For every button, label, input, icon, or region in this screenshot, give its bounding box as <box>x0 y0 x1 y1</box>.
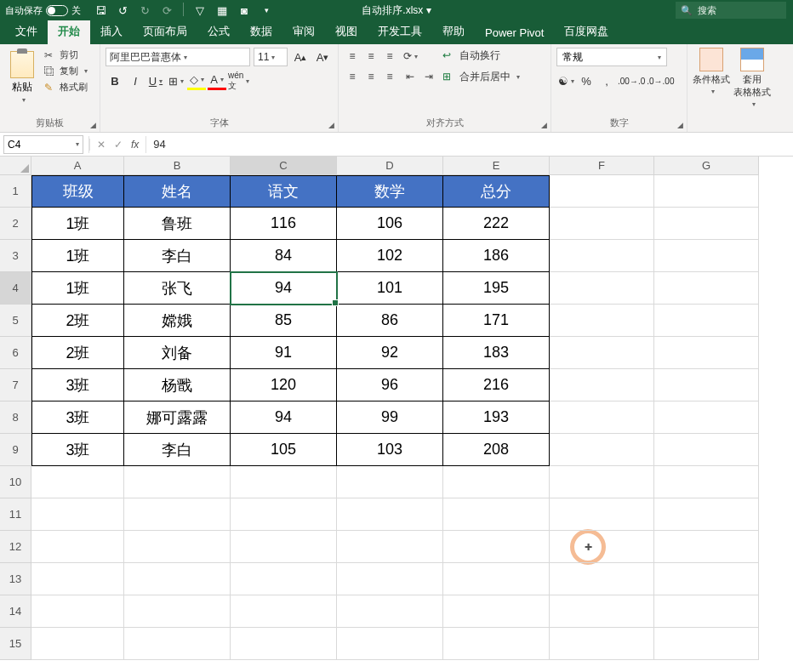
format-as-table-button[interactable]: 套用 表格格式▾ <box>733 48 771 115</box>
row-header[interactable]: 4 <box>0 272 31 305</box>
search-box[interactable]: 🔍 搜索 <box>676 2 786 19</box>
cell-A1[interactable]: 班级 <box>31 175 124 208</box>
tab-home[interactable]: 开始 <box>48 19 90 44</box>
copy-button[interactable]: 复制▾ <box>43 64 89 78</box>
cell-G15[interactable] <box>654 628 759 660</box>
cell-A11[interactable] <box>31 498 124 531</box>
cell-B7[interactable]: 杨戬 <box>124 369 231 401</box>
number-format-combo[interactable]: 常规▾ <box>556 48 667 66</box>
cell-C4[interactable]: 94 <box>231 272 337 305</box>
row-header[interactable]: 1 <box>0 175 31 208</box>
row-header[interactable]: 13 <box>0 563 31 595</box>
cell-G11[interactable] <box>654 498 759 531</box>
cell-E3[interactable]: 186 <box>443 240 550 272</box>
cell-A13[interactable] <box>31 563 124 595</box>
percent-icon[interactable]: % <box>577 71 596 90</box>
row-header[interactable]: 15 <box>0 628 31 660</box>
font-size-combo[interactable]: 11▾ <box>254 48 288 66</box>
cancel-icon[interactable]: ✕ <box>97 139 106 151</box>
cut-button[interactable]: 剪切 <box>43 48 89 62</box>
cell-G4[interactable] <box>654 272 759 305</box>
cell-E9[interactable]: 208 <box>443 434 550 466</box>
italic-button[interactable]: I <box>126 71 145 90</box>
cell-F2[interactable] <box>550 208 654 240</box>
cell-A10[interactable] <box>31 466 124 498</box>
cell-A8[interactable]: 3班 <box>31 401 124 434</box>
align-left-icon[interactable]: ≡ <box>344 68 361 85</box>
cell-F10[interactable] <box>550 466 654 498</box>
cell-A9[interactable]: 3班 <box>31 434 124 466</box>
cell-F4[interactable] <box>550 272 654 305</box>
cell-C1[interactable]: 语文 <box>231 175 337 208</box>
dialog-launcher-icon[interactable]: ◢ <box>88 120 98 130</box>
row-header[interactable]: 8 <box>0 401 31 434</box>
cell-C6[interactable]: 91 <box>231 337 337 369</box>
cell-E7[interactable]: 216 <box>443 369 550 401</box>
cell-C9[interactable]: 105 <box>231 434 337 466</box>
camera-icon[interactable]: ◙ <box>237 3 252 18</box>
chevron-down-icon[interactable]: ▾ <box>20 96 26 104</box>
form-icon[interactable]: ▦ <box>214 3 230 18</box>
cell-E5[interactable]: 171 <box>443 305 550 337</box>
cell-D14[interactable] <box>337 595 443 628</box>
column-header-E[interactable]: E <box>443 157 550 175</box>
row-header[interactable]: 5 <box>0 305 31 337</box>
conditional-format-button[interactable]: 条件格式▾ <box>693 48 730 115</box>
autosave-toggle[interactable]: 自动保存 关 <box>0 4 86 17</box>
cell-E4[interactable]: 195 <box>443 272 550 305</box>
row-header[interactable]: 11 <box>0 498 31 531</box>
filter-icon[interactable]: ▽ <box>192 3 208 18</box>
cell-F14[interactable] <box>550 595 654 628</box>
align-middle-icon[interactable]: ≡ <box>362 48 379 65</box>
column-header-B[interactable]: B <box>124 157 231 175</box>
cell-C2[interactable]: 116 <box>231 208 337 240</box>
name-box[interactable]: C4 ▾ <box>3 135 83 154</box>
row-header[interactable]: 9 <box>0 434 31 466</box>
cell-F15[interactable] <box>550 628 654 660</box>
cell-A2[interactable]: 1班 <box>31 208 124 240</box>
cell-E6[interactable]: 183 <box>443 337 550 369</box>
cell-B11[interactable] <box>124 498 231 531</box>
cell-E8[interactable]: 193 <box>443 401 550 434</box>
phonetic-button[interactable]: wén文▾ <box>228 71 249 90</box>
fx-icon[interactable]: fx <box>131 139 139 151</box>
cell-B6[interactable]: 刘备 <box>124 337 231 369</box>
cell-C12[interactable] <box>231 531 337 563</box>
cell-G8[interactable] <box>654 401 759 434</box>
cell-F1[interactable] <box>550 175 654 208</box>
chevron-down-icon[interactable]: ▾ <box>269 54 275 61</box>
column-header-D[interactable]: D <box>337 157 443 175</box>
cell-B8[interactable]: 娜可露露 <box>124 401 231 434</box>
cell-A12[interactable] <box>31 531 124 563</box>
cell-B12[interactable] <box>124 531 231 563</box>
tab-help[interactable]: 帮助 <box>432 19 475 44</box>
spreadsheet-grid[interactable]: ABCDEFG 1班级姓名语文数学总分21班鲁班11610622231班李白84… <box>0 157 793 660</box>
tab-baidu[interactable]: 百度网盘 <box>554 19 619 44</box>
cell-C13[interactable] <box>231 563 337 595</box>
cell-C8[interactable]: 94 <box>231 401 337 434</box>
formula-input[interactable]: 94 <box>146 138 793 151</box>
orientation-icon[interactable]: ⟳▾ <box>402 48 419 65</box>
merge-center-button[interactable]: 合并后居中▾ <box>441 69 522 85</box>
cell-G2[interactable] <box>654 208 759 240</box>
border-button[interactable]: ⊞▾ <box>167 71 185 90</box>
align-bottom-icon[interactable]: ≡ <box>381 48 398 65</box>
dialog-launcher-icon[interactable]: ◢ <box>539 120 549 130</box>
cell-D9[interactable]: 103 <box>337 434 443 466</box>
tab-file[interactable]: 文件 <box>5 19 48 44</box>
row-header[interactable]: 6 <box>0 337 31 369</box>
column-header-C[interactable]: C <box>231 157 337 175</box>
decrease-decimal-icon[interactable]: .0→.00 <box>647 71 674 90</box>
cell-F3[interactable] <box>550 240 654 272</box>
cell-E12[interactable] <box>443 531 550 563</box>
row-header[interactable]: 10 <box>0 466 31 498</box>
increase-font-icon[interactable]: A▴ <box>291 48 310 66</box>
cell-D15[interactable] <box>337 628 443 660</box>
cell-D6[interactable]: 92 <box>337 337 443 369</box>
align-top-icon[interactable]: ≡ <box>344 48 361 65</box>
cell-E2[interactable]: 222 <box>443 208 550 240</box>
wrap-text-button[interactable]: 自动换行 <box>441 48 522 64</box>
cell-D3[interactable]: 102 <box>337 240 443 272</box>
cell-D12[interactable] <box>337 531 443 563</box>
cell-C15[interactable] <box>231 628 337 660</box>
